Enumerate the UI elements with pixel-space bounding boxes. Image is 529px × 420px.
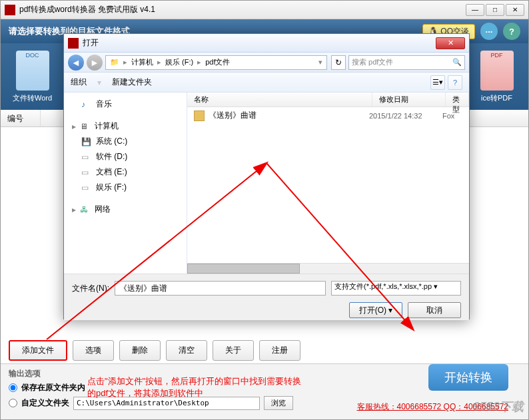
open-button[interactable]: 打开(O) ▾ [349, 302, 402, 318]
options-button[interactable]: 选项 [73, 340, 114, 361]
col-date[interactable]: 修改日期 [372, 93, 446, 106]
file-row[interactable]: 《送别》曲谱 2015/1/22 14:32 Fox [187, 107, 469, 124]
file-filter-select[interactable]: 支持文件(*.pdf,*.xls,*.xlsx,*.pp ▾ [331, 281, 461, 296]
app-title: pdf转换成word转换器 免费试用版 v4.1 [19, 4, 155, 15]
open-file-dialog: 打开 ✕ ◄ ► 📁 ▸ 计算机 ▸ 娱乐 (F:) ▸ pdf文件 ▾ ↻ 搜… [63, 33, 470, 319]
annotation-text: 点击"添加文件"按钮，然后再打开的窗口中找到需要转换 的pdf文件，将其添加到软… [87, 375, 314, 399]
dialog-close-button[interactable]: ✕ [436, 37, 465, 49]
bc-folder[interactable]: pdf文件 [201, 57, 234, 67]
search-placeholder: 搜索 pdf文件 [352, 57, 393, 67]
breadcrumb[interactable]: 📁 ▸ 计算机 ▸ 娱乐 (F:) ▸ pdf文件 ▾ [105, 55, 327, 70]
search-box[interactable]: 搜索 pdf文件 🔍 [348, 55, 465, 70]
output-section: 输出选项 保存在原文件夹内 自定义文件夹 浏览 开始转换 客服热线：400668… [1, 363, 528, 419]
start-convert-button[interactable]: 开始转换 [428, 364, 508, 391]
doc-icon: DOC [16, 51, 49, 91]
bc-computer[interactable]: 计算机 [127, 57, 157, 67]
tree-drive-e[interactable]: ▭文档 (E:) [69, 164, 181, 180]
dialog-nav: ◄ ► 📁 ▸ 计算机 ▸ 娱乐 (F:) ▸ pdf文件 ▾ ↻ 搜索 pdf… [64, 53, 469, 73]
about-button[interactable]: 关于 [213, 340, 254, 361]
bc-folder-icon: 📁 [106, 58, 123, 67]
delete-button[interactable]: 删除 [119, 340, 161, 361]
tree-drive-f[interactable]: ▭娱乐 (F:) [69, 180, 181, 195]
search-icon: 🔍 [452, 58, 462, 67]
tree-network[interactable]: ▸🖧网络 [69, 202, 181, 217]
help-button[interactable]: ? [448, 75, 462, 90]
app-icon [5, 5, 15, 15]
nav-back-button[interactable]: ◄ [68, 55, 84, 71]
dialog-footer: 文件名(N): 支持文件(*.pdf,*.xls,*.xlsx,*.pp ▾ 打… [64, 274, 469, 320]
tree-computer[interactable]: ▸🖥计算机 [69, 118, 181, 134]
view-options-button[interactable]: ☰▾ [430, 75, 445, 90]
file-icon [194, 110, 205, 121]
cancel-button[interactable]: 取消 [408, 302, 461, 318]
radio-save-original[interactable] [9, 383, 17, 392]
refresh-button[interactable]: ↻ [331, 55, 346, 70]
dialog-titlebar: 打开 ✕ [64, 34, 469, 53]
col-number: 编号 [1, 110, 41, 126]
filename-label: 文件名(N): [72, 283, 109, 294]
bc-drive[interactable]: 娱乐 (F:) [161, 57, 197, 67]
horizontal-scrollbar[interactable] [187, 263, 469, 274]
tree-music[interactable]: ♪音乐 [69, 97, 181, 112]
close-button[interactable]: ✕ [506, 4, 524, 16]
help-icon[interactable]: ? [503, 23, 520, 40]
tree-drive-d[interactable]: ▭软件 (D:) [69, 149, 181, 164]
file-name: 《送别》曲谱 [209, 110, 369, 121]
nav-forward-button[interactable]: ► [87, 55, 103, 71]
organize-button[interactable]: 组织 [71, 77, 87, 88]
filename-input[interactable] [115, 281, 326, 296]
radio-custom-folder[interactable] [9, 399, 17, 407]
dialog-toolbar: 组织 ▾ 新建文件夹 ☰▾ ? [64, 73, 469, 93]
col-type[interactable]: 类型 [446, 93, 469, 106]
chat-icon[interactable]: ··· [480, 23, 498, 40]
new-folder-button[interactable]: 新建文件夹 [112, 77, 152, 88]
register-button[interactable]: 注册 [259, 340, 300, 361]
maximize-button[interactable]: □ [486, 4, 504, 16]
col-name[interactable]: 名称 [187, 93, 372, 106]
format-word[interactable]: DOC 文件转Word [7, 47, 57, 106]
watermark: 9553下载 [473, 399, 524, 415]
file-type: Fox [442, 112, 462, 120]
dialog-body: ♪音乐 ▸🖥计算机 💾系统 (C:) ▭软件 (D:) ▭文档 (E:) ▭娱乐… [64, 93, 469, 274]
dialog-title: 打开 [83, 37, 99, 49]
clear-button[interactable]: 清空 [166, 340, 207, 361]
main-titlebar: pdf转换成word转换器 免费试用版 v4.1 — □ ✕ [1, 1, 528, 19]
minimize-button[interactable]: — [466, 4, 484, 16]
format-pdf[interactable]: PDF ice转PDF [472, 47, 522, 106]
tree-drive-c[interactable]: 💾系统 (C:) [69, 134, 181, 149]
pdf-icon: PDF [480, 51, 514, 91]
add-file-button[interactable]: 添加文件 [9, 340, 67, 361]
file-date: 2015/1/22 14:32 [369, 112, 442, 120]
list-header: 名称 修改日期 类型 [187, 93, 469, 107]
dialog-icon [68, 38, 79, 49]
radio-save-original-label: 保存在原文件夹内 [21, 382, 85, 393]
file-list: 名称 修改日期 类型 《送别》曲谱 2015/1/22 14:32 Fox [187, 93, 469, 274]
folder-tree: ♪音乐 ▸🖥计算机 💾系统 (C:) ▭软件 (D:) ▭文档 (E:) ▭娱乐… [64, 93, 187, 274]
radio-custom-folder-label: 自定义文件夹 [21, 397, 69, 409]
toolbar-row: 添加文件 选项 删除 清空 关于 注册 [9, 340, 520, 361]
